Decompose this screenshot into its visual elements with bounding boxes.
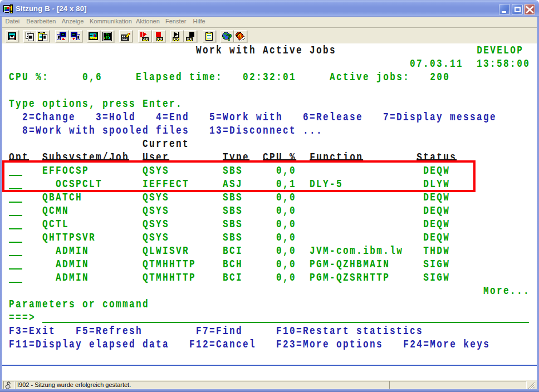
svg-text:?: ? (226, 32, 232, 41)
